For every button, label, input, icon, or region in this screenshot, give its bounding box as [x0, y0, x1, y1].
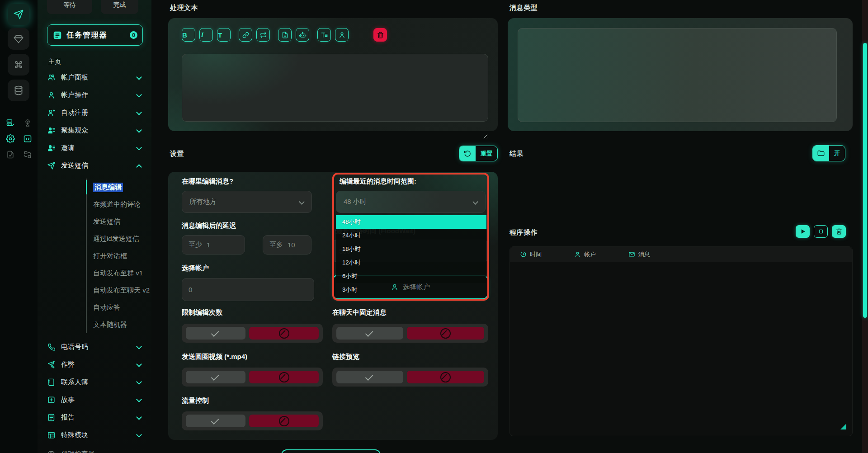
sidebar-item[interactable]: 发送短信 [38, 157, 151, 175]
flow-control-label: 流量控制 [182, 396, 209, 405]
dropdown-option[interactable]: 12小时 [336, 256, 486, 269]
submenu-item[interactable]: 发送短信 [87, 213, 150, 230]
reset-settings-button[interactable]: 重置 [459, 146, 498, 161]
deny-button[interactable] [249, 327, 319, 340]
sidebar-item[interactable]: 特殊模块 [38, 426, 151, 444]
robot-button[interactable] [296, 28, 309, 42]
rail-command-button[interactable] [8, 54, 29, 76]
where-select[interactable]: 所有地方 [182, 191, 312, 213]
check-icon [211, 416, 219, 425]
deny-button[interactable] [249, 415, 319, 427]
limit-edits-toggle [182, 324, 323, 343]
submenu-item[interactable]: 通过id发送短信 [87, 230, 150, 247]
sidebar-item-label: 发送短信 [61, 161, 88, 170]
start-button[interactable] [796, 225, 810, 238]
deny-button[interactable] [249, 371, 319, 383]
submenu-item[interactable]: 文本随机器 [87, 316, 150, 333]
dropdown-option[interactable]: 3小时 [336, 283, 486, 297]
document-check-icon[interactable] [6, 150, 15, 159]
sidebar-item-home[interactable]: 主页 [48, 58, 61, 66]
account-count-input[interactable]: 0 [182, 278, 314, 301]
tab-done[interactable]: 完成 [101, 0, 138, 14]
dropdown-option[interactable]: 48小时 [336, 215, 486, 229]
sidebar-item[interactable]: 报告 [38, 409, 151, 426]
repeat-button[interactable] [256, 28, 270, 42]
globe-icon [47, 450, 56, 453]
report-icon [47, 413, 56, 422]
file-insert-button[interactable] [278, 28, 292, 42]
text-format-button[interactable] [317, 28, 331, 42]
message-type-box[interactable] [518, 28, 837, 122]
gear-icon[interactable] [6, 134, 15, 143]
bottom-action-button[interactable] [281, 449, 381, 453]
time-range-dropdown: 48小时 24小时 18小时 12小时 6小时 3小时 [336, 215, 486, 297]
server-check-icon[interactable] [6, 118, 15, 127]
sidebar-item[interactable]: 帐户面板 [38, 69, 151, 86]
allow-button[interactable] [186, 415, 245, 427]
dropdown-option[interactable]: 24小时 [336, 229, 486, 242]
sidebar-item[interactable]: 邀请 [38, 139, 151, 157]
submenu-item[interactable]: 自动应答 [87, 299, 150, 316]
stop-button[interactable] [814, 225, 828, 238]
task-manager-button[interactable]: 任务管理器 0 [47, 24, 143, 46]
dropdown-option[interactable]: 18小时 [336, 242, 486, 256]
resize-grip-icon[interactable] [482, 133, 487, 138]
main-right-column: 消息类型 结果 开 程序操作 时间 帐户 消息 [508, 0, 853, 453]
submenu-item-label: 自动发布至群 v1 [93, 269, 143, 278]
sidebar-item-proxy[interactable]: 代理检查器 [47, 450, 95, 453]
bold-button[interactable]: B [182, 28, 195, 42]
reset-label: 重置 [476, 146, 497, 161]
scrollbar-track[interactable] [862, 0, 868, 453]
dropdown-option[interactable]: 6小时 [336, 269, 486, 283]
plane-icon [47, 161, 56, 170]
submenu-item[interactable]: 消息编辑 [87, 179, 150, 196]
submenu-item-label: 自动应答 [93, 303, 120, 312]
user-camera-icon[interactable] [23, 118, 32, 127]
sidebar-item[interactable]: 作弊 [38, 356, 151, 373]
user-insert-button[interactable] [335, 28, 349, 42]
allow-button[interactable] [186, 371, 245, 383]
link-button[interactable] [239, 28, 252, 42]
swap-icon[interactable] [23, 150, 32, 159]
sidebar-item[interactable]: 聚集观众 [38, 122, 151, 139]
column-message: 消息 [628, 250, 650, 259]
submenu-item[interactable]: 自动发布至聊天 v2 [87, 282, 150, 299]
sidebar-item-label: 作弊 [61, 360, 75, 369]
tab-waiting[interactable]: 等待 [47, 0, 92, 14]
deny-button[interactable] [407, 371, 484, 383]
submenu-item[interactable]: 在频道中的评论 [87, 196, 150, 213]
process-text-input[interactable] [182, 54, 488, 122]
sidebar-item[interactable]: 联系人簿 [38, 373, 151, 391]
resize-handle[interactable] [840, 424, 846, 429]
italic-button[interactable]: I [199, 28, 213, 42]
submenu-item[interactable]: 打开对话框 [87, 247, 150, 264]
min-delay-input[interactable]: 至少 1 [182, 235, 245, 255]
submenu-item-label: 通过id发送短信 [93, 235, 139, 243]
title-button[interactable]: T [217, 28, 231, 42]
allow-button[interactable] [336, 371, 403, 383]
account-label: 选择帐户 [182, 264, 209, 273]
program-ops-title: 程序操作 [509, 228, 538, 237]
sidebar-item-label: 帐户操作 [61, 91, 88, 99]
sidebar-item[interactable]: 帐户操作 [38, 86, 151, 104]
submenu-item-label: 发送短信 [93, 217, 120, 226]
sidebar-item[interactable]: 电话号码 [38, 338, 151, 356]
rail-app-logo-button[interactable] [8, 4, 29, 25]
deny-button[interactable] [407, 327, 484, 340]
clear-log-button[interactable] [832, 225, 846, 238]
sidebar-item[interactable]: 自动注册 [38, 104, 151, 122]
open-result-button[interactable]: 开 [812, 145, 845, 161]
scrollbar-thumb[interactable] [863, 43, 867, 318]
submenu-item[interactable]: 自动发布至群 v1 [87, 264, 150, 282]
chevron-down-icon [137, 344, 142, 349]
time-range-select[interactable]: 48 小时 [336, 191, 486, 213]
code-window-icon[interactable] [23, 134, 32, 143]
rail-database-button[interactable] [8, 80, 29, 101]
delete-text-button[interactable] [373, 28, 387, 42]
mail-icon [628, 251, 635, 258]
sidebar-item[interactable]: 故事 [38, 391, 151, 409]
max-delay-input[interactable]: 至多 10 [263, 235, 311, 255]
allow-button[interactable] [186, 327, 245, 340]
rail-premium-button[interactable] [8, 28, 29, 50]
allow-button[interactable] [336, 327, 403, 340]
